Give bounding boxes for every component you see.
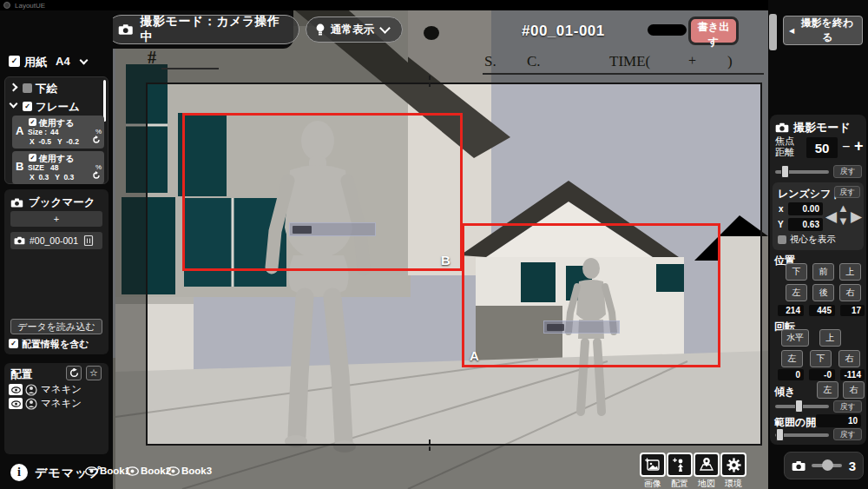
sketch-checkbox[interactable] bbox=[23, 83, 32, 93]
rotation-right-button[interactable]: 右 bbox=[838, 350, 860, 367]
check-icon: ✓ bbox=[30, 155, 36, 161]
lens-pad-up-icon[interactable]: ▲ bbox=[838, 202, 849, 215]
book-label: Book3 bbox=[181, 466, 212, 476]
window-title: LayoutUE bbox=[15, 2, 45, 10]
frame-a-rect[interactable] bbox=[462, 223, 720, 367]
book-toggle-1[interactable]: Book1 bbox=[85, 466, 130, 476]
camera-icon bbox=[10, 198, 23, 208]
position-z-value: 17 bbox=[840, 305, 865, 316]
camera-count-slider-track[interactable] bbox=[812, 464, 841, 467]
shooting-mode-pill[interactable]: 撮影モード：カメラ操作中 bbox=[107, 15, 299, 44]
range-start-value[interactable]: 10 bbox=[816, 414, 861, 427]
focal-minus-button[interactable]: − bbox=[842, 139, 850, 155]
tool-image-button[interactable]: 画像 bbox=[640, 453, 666, 489]
lens-pad-left-icon[interactable]: ◀ bbox=[825, 208, 837, 226]
reset-rotate-icon[interactable] bbox=[92, 171, 101, 180]
position-up-button[interactable]: 上 bbox=[839, 263, 861, 281]
bookmark-add-button[interactable]: + bbox=[10, 211, 102, 227]
eye-icon bbox=[126, 466, 139, 476]
visibility-eye-icon[interactable] bbox=[9, 398, 23, 409]
display-mode-dropdown[interactable]: 通常表示 bbox=[306, 17, 403, 43]
book-toggle-3[interactable]: Book3 bbox=[167, 466, 212, 476]
mannequin-a-name-bar[interactable] bbox=[543, 320, 620, 334]
load-data-button[interactable]: データを読み込む bbox=[10, 319, 102, 334]
focal-slider-handle[interactable] bbox=[781, 165, 789, 178]
export-button[interactable]: 書き出す bbox=[688, 17, 739, 45]
paper-scene-label: S. bbox=[484, 53, 496, 70]
tool-label: 環境 bbox=[720, 478, 746, 489]
rotation-down-button[interactable]: 下 bbox=[810, 350, 832, 367]
tilt-right-button[interactable]: 右 bbox=[843, 381, 865, 399]
frame-a-label: A bbox=[470, 348, 479, 363]
frame-layer-checkbox[interactable]: ✓ bbox=[23, 102, 32, 111]
placement-favorite-button[interactable]: ☆ bbox=[86, 366, 102, 380]
book-toggle-2[interactable]: Book2 bbox=[126, 466, 171, 476]
tool-map-button[interactable]: 地図 bbox=[694, 453, 720, 489]
paper-header-line bbox=[483, 73, 764, 75]
focal-reset-button[interactable]: 戻す bbox=[833, 165, 862, 178]
check-icon: ✓ bbox=[11, 57, 18, 65]
end-shooting-button[interactable]: ◀ 撮影を終わる bbox=[783, 16, 863, 45]
frame-layer-label[interactable]: フレーム bbox=[36, 100, 80, 115]
tool-label: 地図 bbox=[694, 478, 720, 489]
lens-shift-reset-button[interactable]: 戻す bbox=[834, 186, 860, 198]
rotation-x-value: 0 bbox=[778, 369, 804, 380]
bookmark-header: ブックマーク bbox=[10, 195, 95, 210]
camera-count-pill[interactable]: 3 bbox=[784, 452, 864, 479]
check-icon: ✓ bbox=[10, 340, 16, 347]
include-placement-checkbox[interactable]: ✓ bbox=[9, 339, 18, 348]
right-panel-scrollbar[interactable] bbox=[769, 14, 777, 50]
rotation-left-button[interactable]: 左 bbox=[781, 350, 803, 367]
bookmark-item-label: #00_00-001 bbox=[30, 235, 78, 246]
frame-b-rect[interactable] bbox=[182, 113, 463, 271]
paper-size-value[interactable]: A4 bbox=[56, 55, 70, 68]
lens-y-label: Y bbox=[778, 220, 784, 229]
tool-placement-button[interactable]: 配置 bbox=[667, 453, 693, 489]
focal-plus-button[interactable]: + bbox=[854, 137, 864, 155]
paper-size-checkbox[interactable]: ✓ bbox=[9, 56, 20, 67]
frame-b-use-checkbox[interactable]: ✓ bbox=[29, 154, 36, 162]
range-reset-button[interactable]: 戻す bbox=[833, 428, 862, 440]
map-pin-icon bbox=[694, 453, 720, 477]
placement-item-row[interactable]: マネキン bbox=[9, 397, 82, 410]
rotation-up-button[interactable]: 上 bbox=[819, 329, 841, 347]
position-x-value: 214 bbox=[778, 305, 804, 316]
position-front-button[interactable]: 前 bbox=[812, 263, 834, 281]
tilt-slider-handle[interactable] bbox=[795, 400, 803, 413]
frame-b-size-unit: % bbox=[95, 163, 102, 171]
tool-environment-button[interactable]: 環境 bbox=[720, 453, 746, 489]
reset-rotate-icon[interactable] bbox=[92, 135, 101, 144]
rotation-horizontal-button[interactable]: 水平 bbox=[781, 329, 809, 347]
bookmark-item[interactable]: #00_00-001 bbox=[10, 232, 102, 249]
mannequin-b-name-bar[interactable] bbox=[289, 222, 376, 236]
back-arrow-icon: ◀ bbox=[789, 27, 794, 35]
info-icon[interactable]: i bbox=[10, 464, 28, 481]
bookmark-title: ブックマーク bbox=[29, 195, 95, 210]
lens-pad-down-icon[interactable]: ▼ bbox=[838, 215, 849, 228]
position-down-button[interactable]: 下 bbox=[786, 263, 807, 281]
info-letter: i bbox=[17, 466, 21, 479]
focal-length-value[interactable]: 50 bbox=[806, 137, 838, 158]
position-back-button[interactable]: 後 bbox=[812, 284, 834, 301]
trash-icon[interactable] bbox=[83, 235, 94, 247]
lens-y-value[interactable]: 0.63 bbox=[788, 218, 823, 231]
lens-pad-right-icon[interactable]: ▶ bbox=[851, 208, 862, 226]
tilt-reset-button[interactable]: 戻す bbox=[833, 400, 862, 413]
frame-a-use-checkbox[interactable]: ✓ bbox=[29, 118, 36, 126]
position-left-button[interactable]: 左 bbox=[786, 284, 807, 301]
tool-label: 画像 bbox=[640, 478, 666, 489]
lens-x-value[interactable]: 0.00 bbox=[788, 202, 823, 215]
visibility-eye-icon[interactable] bbox=[9, 384, 23, 395]
range-slider-handle[interactable] bbox=[776, 428, 784, 441]
person-plus-icon bbox=[667, 453, 693, 477]
layers-scrollbar[interactable] bbox=[103, 80, 106, 122]
camera-count-slider-handle[interactable] bbox=[822, 459, 833, 471]
position-right-button[interactable]: 右 bbox=[839, 284, 861, 301]
tilt-left-button[interactable]: 左 bbox=[817, 381, 838, 399]
include-placement-label: 配置情報を含む bbox=[22, 338, 89, 351]
sketch-layer-label[interactable]: 下絵 bbox=[36, 82, 57, 96]
show-center-checkbox[interactable] bbox=[778, 235, 786, 244]
eye-icon bbox=[85, 466, 98, 476]
placement-item-row[interactable]: マネキン bbox=[9, 383, 82, 396]
placement-refresh-button[interactable] bbox=[66, 366, 82, 380]
